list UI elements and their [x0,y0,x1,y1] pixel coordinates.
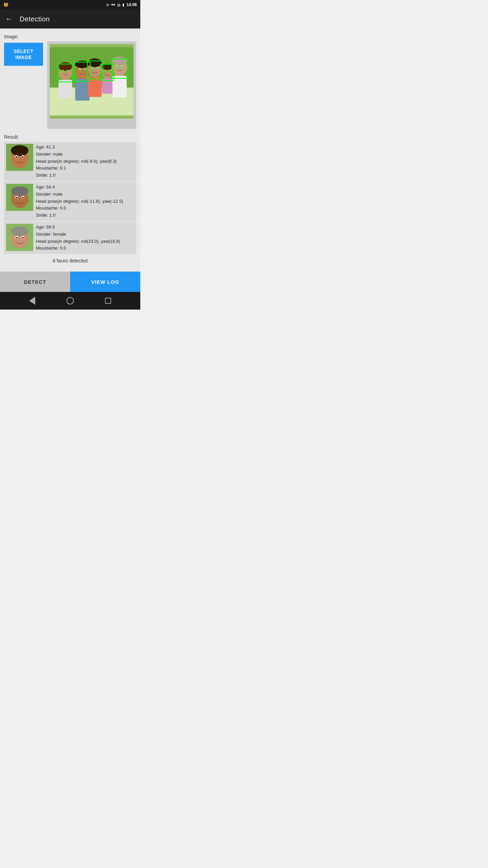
face1-gender: Gender: male [36,151,134,158]
svg-rect-31 [113,76,127,98]
svg-point-59 [11,145,28,156]
face2-age: Age: 54.4 [36,184,134,191]
photo-svg [50,44,134,119]
face2-moustache: Moustache: 0.0 [36,205,134,212]
svg-point-77 [22,237,24,238]
nav-recents-button[interactable] [105,298,111,304]
app-bar: ← Detection [0,9,140,28]
face1-age: Age: 41.3 [36,144,134,151]
sim-icon: ▨ [117,3,120,7]
svg-point-18 [88,58,102,67]
result-label: Result: [4,134,136,140]
svg-point-69 [16,197,18,198]
face-thumbnail-3 [6,224,33,251]
image-container [47,41,136,129]
back-button[interactable]: ← [5,15,13,23]
face2-smile: Smile: 1.0 [36,212,134,219]
svg-point-44 [82,72,83,73]
svg-point-62 [16,156,18,158]
view-log-button[interactable]: VIEW LOG [70,272,140,292]
face-info-1: Age: 41.3 Gender: male Head pose(in degr… [36,144,134,179]
image-label: Image: [4,34,136,39]
face1-moustache: Moustache: 0.1 [36,165,134,172]
detect-button[interactable]: DETECT [0,272,70,292]
navigation-bar [0,292,140,310]
nav-back-button[interactable] [29,297,35,305]
svg-point-43 [84,69,86,71]
svg-point-70 [22,197,24,198]
svg-rect-17 [88,77,102,97]
svg-point-55 [121,65,123,67]
svg-point-39 [67,70,68,72]
svg-point-51 [108,71,110,72]
face1-smile: Smile: 1.0 [36,172,134,179]
face2-headpose: Head pose(in degree): roll(-11.8), yaw(-… [36,198,134,205]
svg-point-42 [79,69,81,71]
face3-headpose: Head pose(in degree): roll(23.0), yaw(16… [36,238,134,245]
svg-rect-3 [59,80,72,98]
detected-count: 6 faces detected [4,255,136,266]
svg-point-52 [106,73,108,74]
face-info-2: Age: 54.4 Gender: male Head pose(in degr… [36,184,134,219]
face2-gender: Gender: male [36,191,134,198]
face3-age: Age: 59.5 [36,224,134,231]
face3-moustache: Moustache: 0.0 [36,245,134,252]
face3-gender: Gender: female [36,231,134,238]
svg-point-63 [22,156,24,158]
result-card-2: Age: 54.4 Gender: male Head pose(in degr… [4,182,136,221]
result-card-3: Age: 59.5 Gender: female Head pose(in de… [4,222,136,254]
svg-point-4 [59,62,72,71]
result-section: Result: Age: 41.3 Gender: male [4,134,136,266]
svg-point-47 [97,67,98,69]
svg-point-56 [119,68,120,69]
svg-point-50 [104,71,106,72]
face1-headpose: Head pose(in degree): roll(-8.0), yaw(8.… [36,158,134,165]
face-thumbnail-2 [6,184,33,211]
no-sim-icon: ⊘ [106,3,109,7]
status-bar: 🐱 ⊘ ▾▾ ▨ ▮ 14:06 [0,0,140,9]
svg-point-76 [16,237,18,238]
page-title: Detection [20,15,50,23]
app-icon: 🐱 [3,2,8,7]
svg-point-38 [62,70,64,72]
svg-point-40 [65,72,66,74]
face-info-3: Age: 59.5 Gender: female Head pose(in de… [36,224,134,252]
svg-rect-10 [75,79,89,101]
svg-point-66 [11,186,28,196]
svg-point-46 [92,67,93,69]
time-display: 14:06 [126,2,137,7]
svg-point-48 [94,70,96,71]
select-image-button[interactable]: SELECTIMAGE [4,43,43,66]
battery-icon: ▮ [122,3,124,7]
image-section: SELECTIMAGE [4,41,136,129]
result-card-1: Age: 41.3 Gender: male Head pose(in degr… [4,142,136,181]
svg-point-54 [116,65,118,67]
bottom-buttons: DETECT VIEW LOG [0,272,140,292]
svg-point-32 [112,57,127,65]
svg-point-73 [11,226,28,236]
family-photo [50,44,134,119]
face-thumbnail-1 [6,144,33,171]
main-content: Image: SELECTIMAGE [0,28,140,272]
wifi-icon: ▾▾ [111,2,115,7]
nav-home-button[interactable] [66,297,74,304]
image-left-panel: SELECTIMAGE [4,41,43,66]
